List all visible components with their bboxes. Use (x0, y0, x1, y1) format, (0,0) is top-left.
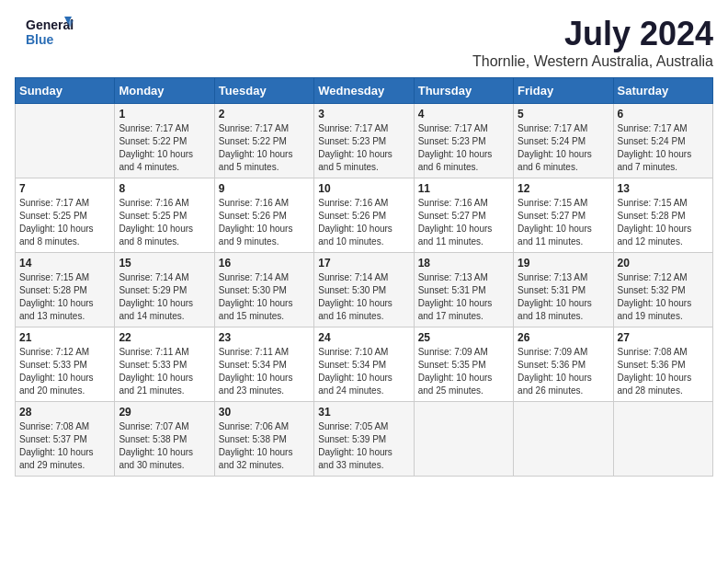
day-number: 19 (518, 257, 609, 270)
main-title: July 2024 (472, 15, 713, 53)
day-number: 2 (219, 108, 310, 121)
day-number: 6 (618, 108, 709, 121)
calendar-cell: 5Sunrise: 7:17 AM Sunset: 5:24 PM Daylig… (514, 104, 613, 178)
calendar-cell: 12Sunrise: 7:15 AM Sunset: 5:27 PM Dayli… (514, 178, 613, 253)
day-number: 26 (518, 331, 609, 344)
calendar-week-row: 21Sunrise: 7:12 AM Sunset: 5:33 PM Dayli… (16, 327, 713, 402)
calendar-cell: 16Sunrise: 7:14 AM Sunset: 5:30 PM Dayli… (214, 253, 313, 327)
day-number: 10 (318, 182, 409, 195)
day-info: Sunrise: 7:11 AM Sunset: 5:33 PM Dayligh… (119, 346, 210, 397)
calendar-cell: 25Sunrise: 7:09 AM Sunset: 5:35 PM Dayli… (414, 327, 513, 402)
day-number: 27 (618, 331, 709, 344)
page-header: General Blue July 2024 Thornlie, Western… (15, 15, 713, 70)
day-info: Sunrise: 7:17 AM Sunset: 5:22 PM Dayligh… (219, 122, 310, 174)
day-number: 5 (518, 108, 609, 121)
day-number: 1 (119, 108, 210, 121)
day-number: 29 (119, 406, 210, 419)
calendar-cell (16, 104, 115, 178)
day-info: Sunrise: 7:17 AM Sunset: 5:23 PM Dayligh… (318, 122, 409, 174)
weekday-header: Thursday (414, 78, 513, 104)
calendar-cell: 11Sunrise: 7:16 AM Sunset: 5:27 PM Dayli… (414, 178, 513, 253)
day-info: Sunrise: 7:16 AM Sunset: 5:26 PM Dayligh… (219, 197, 310, 248)
calendar-cell: 4Sunrise: 7:17 AM Sunset: 5:23 PM Daylig… (414, 104, 513, 178)
calendar-cell: 31Sunrise: 7:05 AM Sunset: 5:39 PM Dayli… (314, 402, 414, 477)
calendar-week-row: 7Sunrise: 7:17 AM Sunset: 5:25 PM Daylig… (16, 178, 713, 253)
day-number: 21 (19, 331, 110, 344)
day-info: Sunrise: 7:17 AM Sunset: 5:24 PM Dayligh… (518, 122, 609, 174)
calendar-cell: 1Sunrise: 7:17 AM Sunset: 5:22 PM Daylig… (115, 104, 214, 178)
calendar-cell: 10Sunrise: 7:16 AM Sunset: 5:26 PM Dayli… (314, 178, 414, 253)
day-info: Sunrise: 7:14 AM Sunset: 5:30 PM Dayligh… (318, 271, 409, 323)
day-info: Sunrise: 7:17 AM Sunset: 5:23 PM Dayligh… (418, 122, 509, 174)
day-info: Sunrise: 7:12 AM Sunset: 5:33 PM Dayligh… (19, 346, 110, 397)
day-info: Sunrise: 7:16 AM Sunset: 5:27 PM Dayligh… (418, 197, 509, 248)
day-number: 8 (119, 182, 210, 195)
day-info: Sunrise: 7:15 AM Sunset: 5:27 PM Dayligh… (518, 197, 609, 248)
day-info: Sunrise: 7:11 AM Sunset: 5:34 PM Dayligh… (219, 346, 310, 397)
day-number: 18 (418, 257, 509, 270)
calendar-week-row: 14Sunrise: 7:15 AM Sunset: 5:28 PM Dayli… (16, 253, 713, 327)
calendar-cell: 26Sunrise: 7:09 AM Sunset: 5:36 PM Dayli… (514, 327, 613, 402)
weekday-header: Sunday (16, 78, 115, 104)
day-number: 3 (318, 108, 409, 121)
day-number: 31 (318, 406, 409, 419)
calendar-cell: 14Sunrise: 7:15 AM Sunset: 5:28 PM Dayli… (16, 253, 115, 327)
calendar-cell: 2Sunrise: 7:17 AM Sunset: 5:22 PM Daylig… (214, 104, 313, 178)
day-number: 17 (318, 257, 409, 270)
day-info: Sunrise: 7:15 AM Sunset: 5:28 PM Dayligh… (618, 197, 709, 248)
calendar-table: SundayMondayTuesdayWednesdayThursdayFrid… (15, 77, 713, 477)
day-info: Sunrise: 7:13 AM Sunset: 5:31 PM Dayligh… (518, 271, 609, 323)
day-number: 20 (618, 257, 709, 270)
calendar-cell: 7Sunrise: 7:17 AM Sunset: 5:25 PM Daylig… (16, 178, 115, 253)
title-block: July 2024 Thornlie, Western Australia, A… (472, 15, 713, 70)
day-info: Sunrise: 7:07 AM Sunset: 5:38 PM Dayligh… (119, 420, 210, 472)
calendar-cell: 17Sunrise: 7:14 AM Sunset: 5:30 PM Dayli… (314, 253, 414, 327)
calendar-cell: 24Sunrise: 7:10 AM Sunset: 5:34 PM Dayli… (314, 327, 414, 402)
day-info: Sunrise: 7:13 AM Sunset: 5:31 PM Dayligh… (418, 271, 509, 323)
day-number: 11 (418, 182, 509, 195)
calendar-cell: 21Sunrise: 7:12 AM Sunset: 5:33 PM Dayli… (16, 327, 115, 402)
day-number: 23 (219, 331, 310, 344)
calendar-cell: 3Sunrise: 7:17 AM Sunset: 5:23 PM Daylig… (314, 104, 414, 178)
calendar-cell: 23Sunrise: 7:11 AM Sunset: 5:34 PM Dayli… (214, 327, 313, 402)
day-info: Sunrise: 7:10 AM Sunset: 5:34 PM Dayligh… (318, 346, 409, 397)
subtitle: Thornlie, Western Australia, Australia (472, 53, 713, 70)
day-number: 22 (119, 331, 210, 344)
day-number: 13 (618, 182, 709, 195)
logo: General Blue (15, 15, 92, 48)
day-number: 9 (219, 182, 310, 195)
weekday-header: Tuesday (214, 78, 313, 104)
day-number: 7 (19, 182, 110, 195)
calendar-cell: 13Sunrise: 7:15 AM Sunset: 5:28 PM Dayli… (613, 178, 712, 253)
day-info: Sunrise: 7:16 AM Sunset: 5:26 PM Dayligh… (318, 197, 409, 248)
day-info: Sunrise: 7:14 AM Sunset: 5:29 PM Dayligh… (119, 271, 210, 323)
calendar-cell: 20Sunrise: 7:12 AM Sunset: 5:32 PM Dayli… (613, 253, 712, 327)
day-info: Sunrise: 7:17 AM Sunset: 5:25 PM Dayligh… (19, 197, 110, 248)
calendar-cell: 18Sunrise: 7:13 AM Sunset: 5:31 PM Dayli… (414, 253, 513, 327)
calendar-cell: 29Sunrise: 7:07 AM Sunset: 5:38 PM Dayli… (115, 402, 214, 477)
day-number: 28 (19, 406, 110, 419)
day-info: Sunrise: 7:06 AM Sunset: 5:38 PM Dayligh… (219, 420, 310, 472)
svg-text:Blue: Blue (26, 32, 54, 47)
weekday-header: Friday (514, 78, 613, 104)
day-info: Sunrise: 7:09 AM Sunset: 5:35 PM Dayligh… (418, 346, 509, 397)
calendar-cell: 9Sunrise: 7:16 AM Sunset: 5:26 PM Daylig… (214, 178, 313, 253)
day-info: Sunrise: 7:08 AM Sunset: 5:36 PM Dayligh… (618, 346, 709, 397)
day-number: 24 (318, 331, 409, 344)
day-info: Sunrise: 7:17 AM Sunset: 5:22 PM Dayligh… (119, 122, 210, 174)
calendar-cell: 28Sunrise: 7:08 AM Sunset: 5:37 PM Dayli… (16, 402, 115, 477)
day-number: 15 (119, 257, 210, 270)
day-number: 12 (518, 182, 609, 195)
day-number: 4 (418, 108, 509, 121)
day-number: 30 (219, 406, 310, 419)
day-info: Sunrise: 7:09 AM Sunset: 5:36 PM Dayligh… (518, 346, 609, 397)
calendar-cell: 15Sunrise: 7:14 AM Sunset: 5:29 PM Dayli… (115, 253, 214, 327)
day-info: Sunrise: 7:15 AM Sunset: 5:28 PM Dayligh… (19, 271, 110, 323)
calendar-cell: 6Sunrise: 7:17 AM Sunset: 5:24 PM Daylig… (613, 104, 712, 178)
day-number: 16 (219, 257, 310, 270)
day-info: Sunrise: 7:12 AM Sunset: 5:32 PM Dayligh… (618, 271, 709, 323)
calendar-cell: 8Sunrise: 7:16 AM Sunset: 5:25 PM Daylig… (115, 178, 214, 253)
day-info: Sunrise: 7:14 AM Sunset: 5:30 PM Dayligh… (219, 271, 310, 323)
calendar-cell: 30Sunrise: 7:06 AM Sunset: 5:38 PM Dayli… (214, 402, 313, 477)
calendar-cell: 22Sunrise: 7:11 AM Sunset: 5:33 PM Dayli… (115, 327, 214, 402)
